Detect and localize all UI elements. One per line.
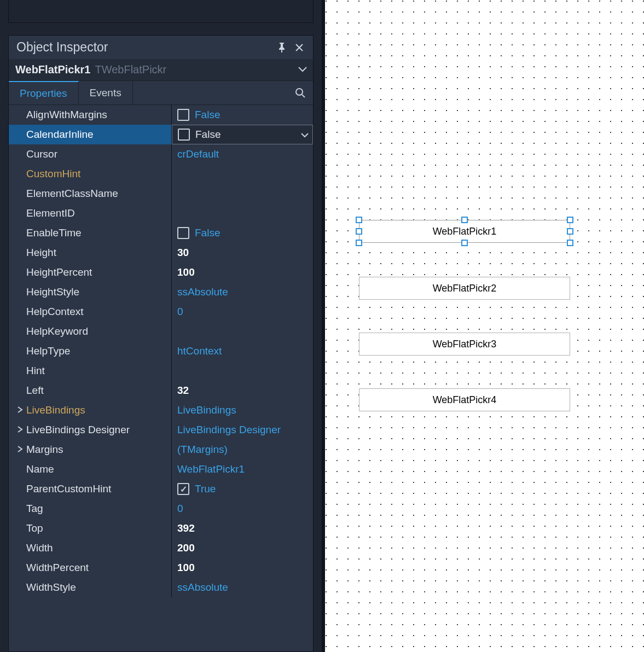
property-value-cell[interactable] bbox=[172, 184, 313, 203]
property-value-cell[interactable] bbox=[172, 322, 313, 341]
property-row[interactable]: Tag0 bbox=[9, 499, 313, 519]
design-surface[interactable]: WebFlatPickr1WebFlatPickr2WebFlatPickr3W… bbox=[322, 0, 644, 652]
resize-handle[interactable] bbox=[461, 240, 468, 246]
property-row[interactable]: Top392 bbox=[9, 519, 313, 538]
property-value-cell[interactable]: 100 bbox=[172, 558, 313, 578]
property-value-cell[interactable]: 0 bbox=[172, 302, 313, 322]
tab-properties[interactable]: Properties bbox=[9, 81, 79, 104]
form-control[interactable]: WebFlatPickr3 bbox=[359, 333, 570, 356]
property-name-cell[interactable]: Margins bbox=[9, 440, 172, 459]
property-value-cell[interactable]: 32 bbox=[172, 381, 313, 400]
property-name-cell[interactable]: ElementClassName bbox=[9, 184, 172, 203]
property-name-cell[interactable]: HeightPercent bbox=[9, 263, 172, 282]
chevron-down-icon[interactable] bbox=[300, 129, 309, 141]
resize-handle[interactable] bbox=[567, 217, 573, 223]
resize-handle[interactable] bbox=[356, 228, 362, 235]
property-name-cell[interactable]: Width bbox=[9, 538, 172, 558]
property-value-cell[interactable]: 392 bbox=[172, 519, 313, 538]
property-value-cell[interactable]: False bbox=[172, 105, 313, 125]
property-name-cell[interactable]: CustomHint bbox=[9, 164, 172, 184]
property-value-cell[interactable]: 200 bbox=[172, 538, 313, 558]
property-value-cell[interactable]: WebFlatPickr1 bbox=[172, 459, 313, 479]
property-name-cell[interactable]: LiveBindings Designer bbox=[9, 420, 172, 440]
form-control[interactable]: WebFlatPickr4 bbox=[359, 388, 570, 411]
property-row[interactable]: Hint bbox=[9, 361, 313, 381]
property-value-cell[interactable]: False bbox=[172, 125, 313, 144]
property-value-cell[interactable] bbox=[172, 203, 313, 223]
property-name-cell[interactable]: Name bbox=[9, 459, 172, 479]
property-name-cell[interactable]: HelpKeyword bbox=[9, 322, 172, 341]
close-icon[interactable] bbox=[292, 40, 306, 55]
property-name-cell[interactable]: Hint bbox=[9, 361, 172, 381]
property-row[interactable]: Width200 bbox=[9, 538, 313, 558]
property-value-cell[interactable]: LiveBindings bbox=[172, 400, 313, 420]
checkbox-icon[interactable] bbox=[177, 109, 189, 121]
property-name-cell[interactable]: ParentCustomHint bbox=[9, 479, 172, 499]
property-row[interactable]: CustomHint bbox=[9, 164, 313, 184]
property-name-cell[interactable]: ElementID bbox=[9, 203, 172, 223]
property-row[interactable]: Left32 bbox=[9, 381, 313, 400]
search-icon[interactable] bbox=[288, 81, 313, 104]
property-row[interactable]: ElementClassName bbox=[9, 184, 313, 203]
property-row[interactable]: HelpKeyword bbox=[9, 322, 313, 341]
property-row[interactable]: EnableTimeFalse bbox=[9, 223, 313, 243]
resize-handle[interactable] bbox=[356, 217, 362, 223]
property-name-cell[interactable]: EnableTime bbox=[9, 223, 172, 243]
resize-handle[interactable] bbox=[461, 217, 468, 223]
checkbox-icon[interactable] bbox=[177, 483, 189, 495]
property-name-cell[interactable]: AlignWithMargins bbox=[9, 105, 172, 125]
property-name-cell[interactable]: LiveBindings bbox=[9, 400, 172, 420]
property-value-cell[interactable]: (TMargins) bbox=[172, 440, 313, 459]
property-name-cell[interactable]: CalendarInline bbox=[9, 125, 172, 144]
form-control[interactable]: WebFlatPickr2 bbox=[359, 277, 570, 300]
object-selector[interactable]: WebFlatPickr1 TWebFlatPickr bbox=[9, 59, 313, 81]
property-row[interactable]: Height30 bbox=[9, 243, 313, 263]
property-name-cell[interactable]: Tag bbox=[9, 499, 172, 519]
property-row[interactable]: CursorcrDefault bbox=[9, 144, 313, 164]
property-name-cell[interactable]: WidthStyle bbox=[9, 578, 172, 597]
checkbox-icon[interactable] bbox=[177, 227, 189, 239]
property-row[interactable]: Margins(TMargins) bbox=[9, 440, 313, 459]
property-value-cell[interactable] bbox=[172, 361, 313, 381]
resize-handle[interactable] bbox=[356, 240, 362, 246]
pin-icon[interactable] bbox=[275, 40, 289, 55]
property-value-cell[interactable]: ssAbsolute bbox=[172, 282, 313, 302]
property-row[interactable]: WidthStylessAbsolute bbox=[9, 578, 313, 597]
property-value-cell[interactable]: 100 bbox=[172, 263, 313, 282]
property-row[interactable]: AlignWithMarginsFalse bbox=[9, 105, 313, 125]
resize-handle[interactable] bbox=[567, 228, 573, 235]
resize-handle[interactable] bbox=[567, 240, 573, 246]
property-row[interactable]: HeightStylessAbsolute bbox=[9, 282, 313, 302]
property-value-cell[interactable] bbox=[172, 164, 313, 184]
property-row[interactable]: HeightPercent100 bbox=[9, 263, 313, 282]
property-row[interactable]: HelpContext0 bbox=[9, 302, 313, 322]
property-name-cell[interactable]: HeightStyle bbox=[9, 282, 172, 302]
property-name-cell[interactable]: Left bbox=[9, 381, 172, 400]
property-value-cell[interactable]: False bbox=[172, 223, 313, 243]
property-name: CalendarInline bbox=[26, 129, 94, 141]
property-value-cell[interactable]: crDefault bbox=[172, 144, 313, 164]
property-name-cell[interactable]: Cursor bbox=[9, 144, 172, 164]
property-name-cell[interactable]: WidthPercent bbox=[9, 558, 172, 578]
checkbox-icon[interactable] bbox=[178, 129, 190, 141]
property-name-cell[interactable]: Height bbox=[9, 243, 172, 263]
tab-events[interactable]: Events bbox=[79, 81, 133, 104]
property-name-cell[interactable]: HelpContext bbox=[9, 302, 172, 322]
property-value-cell[interactable]: True bbox=[172, 479, 313, 499]
property-value-cell[interactable]: LiveBindings Designer bbox=[172, 420, 313, 440]
property-row[interactable]: HelpTypehtContext bbox=[9, 341, 313, 361]
property-value-cell[interactable]: ssAbsolute bbox=[172, 578, 313, 597]
property-value-cell[interactable]: 0 bbox=[172, 499, 313, 519]
property-value-cell[interactable]: htContext bbox=[172, 341, 313, 361]
property-row[interactable]: ParentCustomHintTrue bbox=[9, 479, 313, 499]
property-row[interactable]: WidthPercent100 bbox=[9, 558, 313, 578]
property-row[interactable]: LiveBindings DesignerLiveBindings Design… bbox=[9, 420, 313, 440]
property-row[interactable]: NameWebFlatPickr1 bbox=[9, 459, 313, 479]
property-row[interactable]: ElementID bbox=[9, 203, 313, 223]
property-value: (TMargins) bbox=[177, 444, 228, 456]
property-row[interactable]: LiveBindingsLiveBindings bbox=[9, 400, 313, 420]
property-value-cell[interactable]: 30 bbox=[172, 243, 313, 263]
property-name-cell[interactable]: HelpType bbox=[9, 341, 172, 361]
property-row[interactable]: CalendarInlineFalse bbox=[9, 125, 313, 144]
property-name-cell[interactable]: Top bbox=[9, 519, 172, 538]
